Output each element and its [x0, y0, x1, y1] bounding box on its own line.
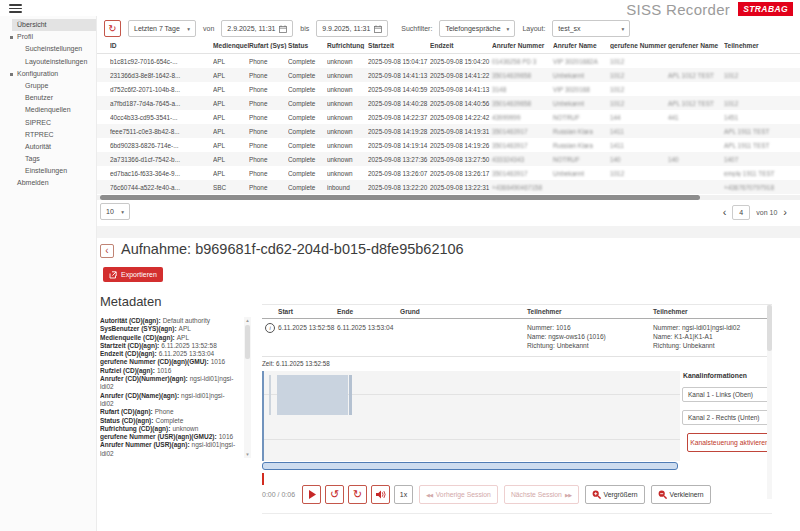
player-controls: 0:00 / 0:06 ↺ ↻ 1x ◀◀ Vorherige Session … — [262, 485, 711, 504]
sidebar-item[interactable]: Abmelden — [0, 177, 96, 189]
redo-icon: ↻ — [353, 488, 362, 501]
sidebar-item[interactable]: SIPREC — [0, 117, 96, 129]
metadata-entry: gerufene Nummer (CD)(agn)(GMU):1016 — [100, 358, 237, 366]
table-row[interactable]: feee7511-c0e3-8b42-8... APL Phone Comple… — [97, 124, 800, 138]
play-button[interactable] — [302, 485, 321, 504]
metadata-entry: Endzeit (CD)(agn):6.11.2025 13:53:04 — [100, 350, 237, 358]
table-row[interactable]: a7fbd187-7d4a-7645-a... APL Phone Comple… — [97, 96, 800, 110]
page-input[interactable]: 4 — [732, 205, 750, 220]
table-row[interactable]: d752c6f2-2071-104b-8... APL Phone Comple… — [97, 82, 800, 96]
table-row[interactable]: 2a731366-d1cf-7542-b... APL Phone Comple… — [97, 152, 800, 166]
back-button[interactable]: ‹ — [100, 244, 114, 258]
recordings-table: ID Medienquelle Rufart (Sys) Status Rufr… — [97, 38, 800, 194]
playhead[interactable] — [262, 473, 264, 485]
replay-button[interactable]: ↻ — [348, 485, 367, 504]
channel2-centerline — [264, 439, 680, 440]
info-icon[interactable]: i — [265, 323, 275, 333]
table-row[interactable]: 6bd90283-6826-714e-... APL Phone Complet… — [97, 138, 800, 152]
kanal-panel: Kanalinformationen Kanal 1 - Links (Oben… — [682, 371, 772, 452]
metadata-entry: Status (CD)(agn):Complete — [100, 417, 237, 425]
previous-session-button[interactable]: ◀◀ Vorherige Session — [419, 485, 498, 504]
date-from-input[interactable]: 2.9.2025, 11:31 — [221, 20, 293, 37]
sidebar-item[interactable]: Sucheinstellungen — [0, 43, 96, 55]
table-header: ID Medienquelle Rufart (Sys) Status Rufr… — [97, 38, 800, 54]
layout-select[interactable]: test_sx ▾ — [552, 20, 630, 37]
waveform-block-edge — [349, 375, 352, 415]
session-table: Start Ende Grund Teilnehmer Teilnehmer i… — [262, 304, 772, 357]
detail-scrollbar-thumb[interactable] — [767, 305, 772, 351]
sidebar-item[interactable]: Übersicht — [12, 19, 96, 31]
chevron-down-icon: ▾ — [622, 26, 625, 32]
page-size-select[interactable]: 10 ▾ — [100, 203, 130, 220]
metadata-entry: Rufziel (CD)(agn):1016 — [100, 367, 237, 375]
section-divider — [97, 226, 800, 238]
waveform-start-line — [269, 375, 271, 415]
scroll-down-icon[interactable]: ▼ — [244, 452, 251, 457]
timeline-scrollbar[interactable] — [262, 462, 678, 470]
table-row[interactable]: 40cc4b33-cd95-3541-... APL Phone Complet… — [97, 110, 800, 124]
bis-label: bis — [300, 25, 309, 32]
kanalsteuerung-aktivieren-button[interactable]: Kanalsteuerung aktivieren — [687, 433, 772, 452]
next-session-icon: ▶▶ — [565, 492, 572, 498]
zoom-out-button[interactable]: Verkleinern — [651, 485, 711, 504]
table-row[interactable]: b1c81c92-7016-654c-... APL Phone Complet… — [97, 54, 800, 68]
date-range-select[interactable]: Letzten 7 Tage ▾ — [128, 20, 196, 37]
metadata-entry: Medienquelle (CD)(agn):APL — [100, 334, 237, 342]
von-label: von — [203, 25, 214, 32]
sidebar-item[interactable]: Profil — [0, 31, 96, 43]
metadata-entry: Anrufer Nummer (USR)(agn):ngsi-ldi01|ngs… — [100, 441, 237, 458]
volume-button[interactable] — [371, 485, 390, 504]
zoom-in-button[interactable]: Vergrößern — [585, 485, 645, 504]
chevron-down-icon: ▾ — [187, 26, 190, 32]
pager: ‹ 4 von 10 › — [723, 205, 787, 220]
speed-button[interactable]: 1x — [394, 485, 413, 504]
top-bar: SISS Recorder STRABAG — [0, 0, 800, 16]
kanal-2-button[interactable]: Kanal 2 - Rechts (Unten) — [682, 410, 772, 425]
prev-page-button[interactable]: ‹ — [723, 206, 727, 219]
detail-scrollbar — [767, 305, 772, 499]
metadata-entry: Autorität (CD)(agn):Default authority — [100, 317, 237, 325]
sidebar-item[interactable]: Medienquellen — [0, 104, 96, 116]
sidebar-item[interactable]: Autorität — [0, 141, 96, 153]
sidebar-item[interactable]: Einstellungen — [0, 165, 96, 177]
calendar-icon — [279, 25, 287, 33]
metadata-entry: gerufene Nummer (USR)(agn)(GMU2):1016 — [100, 433, 237, 441]
next-session-button[interactable]: Nächste Session ▶▶ — [504, 485, 579, 504]
strabag-logo: STRABAG — [738, 2, 793, 17]
sidebar-item[interactable]: RTPREC — [0, 129, 96, 141]
teilnehmer-2: Nummer: ngsi-ldi01|ngsi-ldi02 Name: K1-A… — [653, 323, 772, 351]
next-page-button[interactable]: › — [783, 206, 787, 219]
sidebar-item[interactable]: Konfiguration — [0, 68, 96, 80]
back-icon: ‹ — [105, 245, 108, 256]
menu-icon[interactable] — [9, 4, 22, 15]
kanal-title: Kanalinformationen — [683, 372, 772, 379]
export-button[interactable]: Exportieren — [103, 267, 163, 282]
scroll-up-icon[interactable]: ▲ — [244, 318, 251, 323]
session-panel: Start Ende Grund Teilnehmer Teilnehmer i… — [262, 304, 772, 514]
sidebar-item[interactable]: Benutzer — [0, 92, 96, 104]
main-area: ↻ Letzten 7 Tage ▾ von 2.9.2025, 11:31 b… — [97, 16, 800, 531]
date-to-input[interactable]: 9.9.2025, 11:31 — [316, 20, 388, 37]
horizontal-scrollbar-thumb[interactable] — [100, 195, 700, 200]
refresh-button[interactable]: ↻ — [104, 20, 121, 37]
metadata-entry: Rufrichtung (CD)(agn):unknown — [100, 425, 237, 433]
session-row[interactable]: i 6.11.2025 13:52:58 6.11.2025 13:53:04 … — [262, 319, 772, 357]
sidebar-item[interactable]: Gruppe — [0, 80, 96, 92]
table-row[interactable]: 231366d3-8e8f-1642-8... APL Phone Comple… — [97, 68, 800, 82]
session-table-header: Start Ende Grund Teilnehmer Teilnehmer — [262, 304, 772, 319]
table-row[interactable]: 76c60744-a522-fe40-a... SBC Phone Comple… — [97, 180, 800, 194]
metadata-scrollbar-thumb[interactable] — [245, 325, 250, 359]
sidebar-item[interactable]: Tags — [0, 153, 96, 165]
kanal-1-button[interactable]: Kanal 1 - Links (Oben) — [682, 387, 772, 402]
table-body: b1c81c92-7016-654c-... APL Phone Complet… — [97, 54, 800, 194]
search-toolbar: ↻ Letzten 7 Tage ▾ von 2.9.2025, 11:31 b… — [104, 20, 630, 37]
suchfilter-select[interactable]: Telefongespräche ▾ — [439, 20, 515, 37]
sidebar-item[interactable]: Layouteinstellungen — [0, 56, 96, 68]
rewind-button[interactable]: ↺ — [325, 485, 344, 504]
waveform-panel[interactable] — [262, 371, 680, 461]
export-icon — [109, 271, 117, 279]
table-row[interactable]: ed7bac16-f633-364e-9... APL Phone Comple… — [97, 166, 800, 180]
zoom-out-icon — [658, 490, 667, 499]
metadata-scrollbar[interactable]: ▲ ▼ — [244, 317, 251, 458]
calendar-icon — [374, 25, 382, 33]
